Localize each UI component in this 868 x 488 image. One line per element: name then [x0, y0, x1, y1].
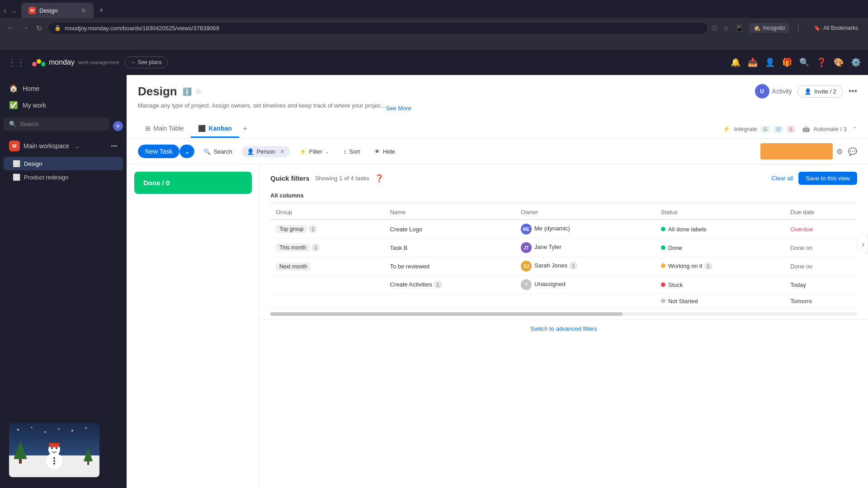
- search-toolbar-icon: 🔍: [203, 148, 211, 155]
- workspace-header[interactable]: M Main workspace ⌄ •••: [4, 137, 123, 155]
- sort-icon: ↕: [344, 148, 347, 155]
- tab-main-table[interactable]: ⊞ Main Table: [138, 120, 191, 138]
- sidebar-search[interactable]: 🔍 Search: [4, 117, 109, 131]
- back-nav-button[interactable]: ←: [5, 22, 16, 34]
- add-board-button[interactable]: +: [113, 121, 123, 131]
- cell-owner: ?Unassigned: [515, 276, 656, 294]
- cell-name: [384, 294, 515, 309]
- owner-count-badge: 1: [569, 262, 577, 270]
- forward-nav-button[interactable]: →: [20, 22, 31, 34]
- people-icon[interactable]: 👤: [765, 57, 775, 67]
- clear-all-button[interactable]: Clear all: [772, 175, 793, 182]
- add-tab-button[interactable]: +: [239, 120, 251, 138]
- apps-icon[interactable]: 🎨: [834, 57, 844, 67]
- done-column: Done / 0: [134, 172, 252, 194]
- table-row: Top group1Create LogoMEMe (dynamic)All d…: [270, 220, 857, 239]
- new-task-dropdown-button[interactable]: ⌄: [179, 145, 194, 158]
- apps-grid-icon[interactable]: ⋮⋮: [7, 57, 25, 68]
- back-button[interactable]: ‹: [4, 6, 6, 15]
- filter-button[interactable]: ⚡ Filter ⌄: [294, 145, 335, 158]
- chat-icon[interactable]: 💬: [848, 147, 857, 156]
- cell-due-date: Tomorro: [785, 294, 857, 309]
- tab-favicon: M: [28, 7, 36, 14]
- invite-button[interactable]: 👤 Invite / 2: [797, 85, 843, 98]
- group-count-badge: 1: [311, 244, 320, 252]
- board-description: Manage any type of project. Assign owner…: [138, 102, 386, 109]
- workspace-more-icon[interactable]: •••: [111, 142, 118, 150]
- inbox-icon[interactable]: 📥: [748, 57, 758, 67]
- board-more-button[interactable]: •••: [849, 87, 857, 96]
- history-button[interactable]: ⌄: [11, 5, 18, 15]
- info-icon[interactable]: ℹ️: [183, 87, 192, 96]
- board-desc-row: Manage any type of project. Assign owner…: [138, 102, 857, 114]
- tab-close-button[interactable]: ✕: [81, 7, 86, 14]
- name-count-badge: 1: [434, 281, 442, 289]
- settings-toolbar-icon[interactable]: ⚙: [836, 147, 843, 156]
- bookmarks-label: All Bookmarks: [823, 25, 858, 31]
- done-column-header: Done / 0: [138, 175, 248, 190]
- sort-button[interactable]: ↕ Sort: [338, 145, 365, 158]
- sidebar-item-home[interactable]: 🏠 Home: [4, 80, 123, 96]
- svg-point-9: [51, 447, 53, 449]
- menu-icon[interactable]: ⋮: [795, 24, 802, 33]
- bell-icon[interactable]: 🔔: [731, 57, 741, 67]
- tab-kanban[interactable]: ⬛ Kanban: [191, 120, 239, 138]
- board-header-right: U Activity 👤 Invite / 2 •••: [755, 84, 857, 99]
- table-row: This month1Task BJTJane TylerDoneDone on: [270, 239, 857, 257]
- person-filter[interactable]: 👤 Person ✕: [241, 146, 290, 157]
- collapse-panel-button[interactable]: ›: [857, 235, 868, 253]
- board-icon-design: ⬜: [13, 160, 20, 167]
- owner-avatar: ME: [521, 224, 532, 235]
- invite-icon: 👤: [804, 88, 811, 95]
- reload-button[interactable]: ↻: [34, 22, 44, 34]
- star-icon[interactable]: ☆: [723, 24, 729, 33]
- settings-icon[interactable]: ⚙️: [851, 57, 861, 67]
- cell-status: Done: [656, 239, 785, 257]
- save-view-button[interactable]: Save to this view: [798, 172, 857, 185]
- status-dot: [661, 299, 665, 303]
- phone-icon[interactable]: 📱: [735, 24, 744, 33]
- svg-point-2: [41, 62, 45, 66]
- sidebar-item-mywork[interactable]: ✅ My work: [4, 97, 123, 113]
- browser-nav: ← → ↻ 🔒 moodjoy.monday.com/boards/183042…: [0, 18, 868, 38]
- quick-filter-help-icon[interactable]: ❓: [375, 174, 384, 183]
- quick-filters-row: Quick filters Showing 1 of 4 tasks ❓ Cle…: [259, 164, 868, 188]
- sidebar-search-row: 🔍 Search +: [4, 117, 123, 134]
- search-button[interactable]: 🔍 Search: [198, 145, 237, 158]
- hide-button[interactable]: 👁 Hide: [369, 145, 401, 158]
- quick-filters-label: Quick filters: [270, 174, 310, 182]
- filter-panel: Quick filters Showing 1 of 4 tasks ❓ Cle…: [259, 164, 868, 488]
- th-group: Group: [270, 205, 384, 220]
- horizontal-scrollbar[interactable]: [270, 312, 857, 316]
- switch-advanced-link[interactable]: Switch to advanced filters: [259, 319, 868, 338]
- see-more-link[interactable]: See More: [386, 105, 411, 112]
- showing-label: Showing 1 of 4 tasks: [315, 175, 369, 182]
- search-icon: 🔍: [9, 121, 16, 127]
- sidebar-item-design[interactable]: ⬜ Design: [4, 157, 123, 170]
- kanban-icon: ⬛: [198, 125, 206, 132]
- sidebar-item-product-redesign[interactable]: ⬜ Product redesign: [4, 170, 123, 184]
- th-name: Name: [384, 205, 515, 220]
- person-filter-close-icon[interactable]: ✕: [280, 148, 285, 155]
- filter-table: Group Name Owner Status Due date Top gro…: [270, 205, 857, 309]
- cell-group: This month1: [270, 239, 384, 257]
- new-task-label: New Task: [145, 148, 172, 155]
- product-redesign-label: Product redesign: [24, 174, 68, 181]
- search-top-icon[interactable]: 🔍: [799, 57, 809, 67]
- monday-logo-svg: [31, 55, 45, 70]
- new-task-button[interactable]: New Task: [138, 145, 179, 158]
- star-board-icon[interactable]: ☆: [195, 87, 202, 96]
- active-tab[interactable]: M Design ✕: [21, 3, 94, 18]
- automate-chevron-up[interactable]: ⌃: [852, 126, 857, 132]
- new-tab-button[interactable]: +: [95, 6, 108, 15]
- due-date-text: Overdue: [790, 226, 813, 233]
- gift-icon[interactable]: 🎁: [782, 57, 792, 67]
- help-icon[interactable]: ❓: [816, 57, 826, 67]
- snowman-container: [4, 418, 123, 483]
- activity-button[interactable]: U Activity: [755, 84, 792, 99]
- address-bar[interactable]: 🔒 moodjoy.monday.com/boards/1830420525/v…: [47, 22, 708, 35]
- tab-title: Design: [39, 7, 57, 14]
- th-status: Status: [656, 205, 785, 220]
- see-plans-button[interactable]: → See plans: [124, 56, 167, 68]
- filter-icon: ⚡: [299, 148, 307, 155]
